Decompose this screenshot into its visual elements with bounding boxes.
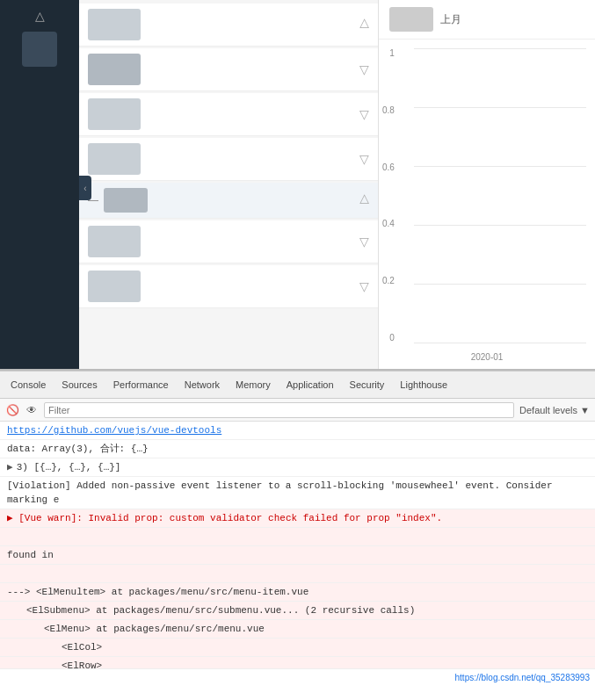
list-item[interactable]: ▽: [79, 265, 378, 308]
list-item-chevron-icon[interactable]: ▽: [359, 279, 369, 293]
grid-line: [414, 225, 586, 226]
y-label: 1: [389, 48, 395, 58]
console-filter-input[interactable]: [44, 402, 514, 418]
console-url-line[interactable]: https://github.com/vuejs/vue-devtools: [0, 422, 595, 440]
chart-area: 1 0.8 0.6 0.4 0.2 0 2020-01: [379, 40, 595, 369]
tab-memory[interactable]: Memory: [229, 376, 278, 393]
console-stack-line: <ElMenu> at packages/menu/src/menu.vue: [0, 620, 595, 639]
tab-application[interactable]: Application: [279, 376, 341, 393]
console-stack-line: ---> <ElMenultem> at packages/menu/src/m…: [0, 583, 595, 602]
sidebar-up-chevron[interactable]: △: [35, 9, 45, 23]
list-item-thumbnail: [88, 226, 141, 257]
grid-line: [414, 343, 586, 343]
top-area: △ ‹ ▽ ▽ ▽ ▽ — ▽ ▽: [0, 0, 595, 369]
main-list-panel: ▽ ▽ ▽ ▽ — ▽ ▽ ▽: [79, 0, 378, 369]
clear-console-button[interactable]: 🚫: [5, 403, 19, 417]
chart-y-axis: 1 0.8 0.6 0.4 0.2 0: [382, 48, 395, 343]
y-label: 0.4: [382, 219, 395, 228]
console-output: https://github.com/vuejs/vue-devtools da…: [0, 422, 595, 668]
y-label: 0.8: [382, 105, 395, 115]
sidebar: △ ‹: [0, 0, 79, 369]
chart-user-thumbnail: [389, 7, 433, 32]
console-blank-line: [0, 565, 595, 583]
list-item-chevron-icon[interactable]: ▽: [359, 152, 369, 166]
console-stack-line: <ElCol>: [0, 639, 595, 657]
tab-lighthouse[interactable]: Lighthouse: [393, 376, 454, 393]
chart-x-label: 2020-01: [471, 352, 504, 362]
list-item[interactable]: ▽: [79, 4, 378, 47]
tab-network[interactable]: Network: [178, 376, 227, 393]
sidebar-toggle-button[interactable]: ‹: [79, 176, 91, 200]
devtools-tabbar: Console Sources Performance Network Memo…: [0, 371, 595, 399]
list-item-thumbnail: [88, 271, 141, 302]
grid-line: [414, 48, 586, 49]
list-item[interactable]: ▽: [79, 93, 378, 136]
y-label: 0.2: [382, 276, 395, 285]
list-item[interactable]: ▽: [79, 138, 378, 181]
list-item-chevron-icon[interactable]: ▽: [359, 18, 369, 32]
grid-line: [414, 166, 586, 167]
y-label: 0: [389, 333, 395, 343]
chart-panel: 上月 1 0.8 0.6 0.4 0.2 0 2020-01: [378, 0, 595, 369]
list-item-thumbnail: [88, 98, 141, 130]
chart-title: 上月: [440, 12, 461, 27]
chart-header: 上月: [379, 0, 595, 40]
list-item-thumbnail: [104, 188, 148, 213]
list-item[interactable]: ▽: [79, 48, 378, 91]
list-item-chevron-icon[interactable]: ▽: [359, 235, 369, 249]
console-data-line: data: Array(3), 合计: {…}: [0, 440, 595, 458]
chart-grid: [414, 48, 586, 343]
grid-line: [414, 284, 586, 285]
grid-line: [414, 107, 586, 108]
list-item-thumbnail: [88, 9, 141, 40]
list-item[interactable]: — ▽: [79, 183, 378, 219]
console-found-in-line: found in: [0, 546, 595, 565]
sidebar-avatar: [22, 32, 57, 67]
list-item-chevron-icon[interactable]: ▽: [359, 193, 369, 207]
console-stack-line: <ElRow>: [0, 657, 595, 668]
list-item-thumbnail: [88, 143, 141, 175]
console-stack-line: <ElSubmenu> at packages/menu/src/submenu…: [0, 602, 595, 620]
console-toolbar: 🚫 👁 Default levels ▼: [0, 399, 595, 422]
list-item-chevron-icon[interactable]: ▽: [359, 62, 369, 76]
tab-sources[interactable]: Sources: [54, 376, 104, 393]
tab-performance[interactable]: Performance: [106, 376, 176, 393]
tab-console[interactable]: Console: [4, 376, 53, 393]
list-item[interactable]: ▽: [79, 220, 378, 263]
devtools-panel: Console Sources Performance Network Memo…: [0, 369, 595, 685]
console-levels-dropdown[interactable]: Default levels ▼: [519, 405, 590, 415]
console-violation-line: [Violation] Added non-passive event list…: [0, 477, 595, 509]
console-blank-line: [0, 528, 595, 546]
y-label: 0.6: [382, 162, 395, 172]
list-item-chevron-icon[interactable]: ▽: [359, 107, 369, 121]
tab-security[interactable]: Security: [343, 376, 392, 393]
console-data-line: ▶3) [{…}, {…}, {…}]: [0, 458, 595, 477]
list-item-thumbnail: [88, 54, 141, 85]
console-error-line: ▶ [Vue warn]: Invalid prop: custom valid…: [0, 509, 595, 528]
toggle-console-button[interactable]: 👁: [25, 403, 39, 417]
watermark-link: https://blog.csdn.net/qq_35283993: [455, 673, 590, 682]
